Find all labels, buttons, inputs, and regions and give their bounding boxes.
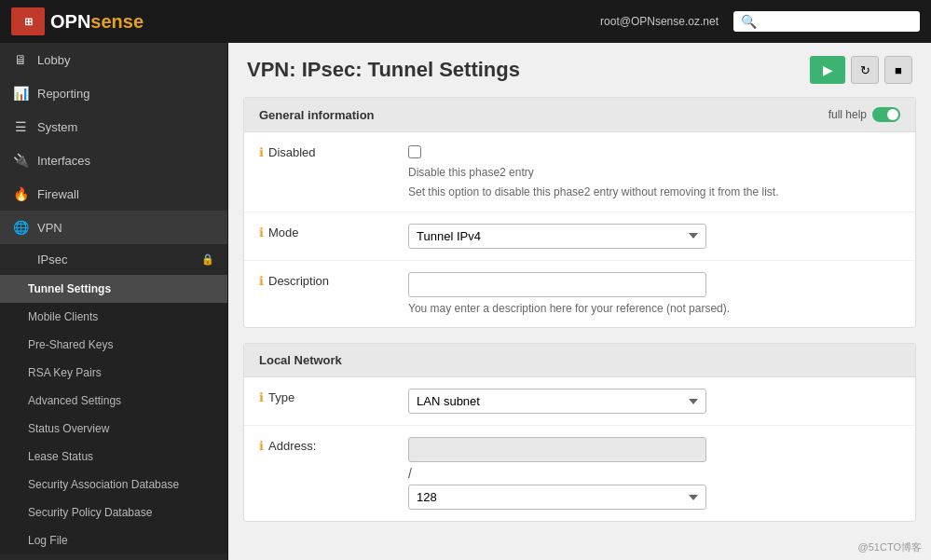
submenu-item-rsa-key-pairs[interactable]: RSA Key Pairs	[0, 359, 227, 387]
content-header: VPN: IPsec: Tunnel Settings ▶ ↻ ■	[228, 43, 931, 97]
submenu-item-advanced-settings[interactable]: Advanced Settings	[0, 387, 227, 415]
disabled-row: ℹ Disabled Disable this phase2 entry Set…	[244, 132, 915, 212]
stop-button[interactable]: ■	[884, 56, 912, 84]
description-label: ℹ Description	[259, 272, 408, 317]
header-search-container: 🔍	[733, 11, 920, 32]
address-input[interactable]	[408, 437, 706, 462]
main-container: 🖥 Lobby 📊 Reporting ☰ System 🔌 Interface…	[0, 43, 931, 560]
type-row: ℹ Type LAN subnet Network Single host An…	[244, 377, 915, 426]
type-select[interactable]: LAN subnet Network Single host Any	[408, 389, 706, 414]
disabled-control: Disable this phase2 entry Set this optio…	[408, 143, 900, 200]
disabled-info-icon: ℹ	[259, 145, 264, 159]
address-info-icon: ℹ	[259, 439, 264, 453]
sidebar-item-firewall[interactable]: 🔥 Firewall	[0, 177, 227, 211]
address-control: / 128 64 32 24 16	[408, 437, 900, 510]
vpn-icon: 🌐	[13, 220, 28, 235]
opn-text: OPN	[50, 11, 90, 32]
ipsec-lock-icon: 🔒	[201, 253, 214, 266]
header: ⊞ OPNsense root@OPNsense.oz.net 🔍	[0, 0, 931, 43]
submenu-item-tunnel-settings[interactable]: Tunnel Settings	[0, 275, 227, 303]
page-title: VPN: IPsec: Tunnel Settings	[247, 58, 520, 82]
search-icon: 🔍	[741, 14, 757, 29]
mode-control: Tunnel IPv4 Tunnel IPv6 Transport Route-…	[408, 224, 900, 249]
sidebar-item-interfaces[interactable]: 🔌 Interfaces	[0, 143, 227, 177]
vpn-submenu: IPsec 🔒 Tunnel Settings Mobile Clients P…	[0, 244, 227, 554]
sidebar-item-label: Lobby	[37, 53, 214, 67]
description-label-text: Description	[268, 274, 329, 288]
logo-area: ⊞ OPNsense	[11, 7, 600, 35]
content-area: VPN: IPsec: Tunnel Settings ▶ ↻ ■ Genera…	[228, 43, 931, 560]
sidebar-item-reporting[interactable]: 📊 Reporting	[0, 76, 227, 110]
lobby-icon: 🖥	[13, 52, 28, 67]
description-info-icon: ℹ	[259, 274, 264, 288]
type-label: ℹ Type	[259, 389, 408, 414]
sidebar-item-label: Firewall	[37, 187, 214, 201]
sense-text: sense	[90, 11, 144, 32]
description-input[interactable]	[408, 272, 706, 297]
local-network-title: Local Network	[259, 353, 342, 367]
prefix-select[interactable]: 128 64 32 24 16	[408, 485, 706, 510]
lease-status-label: Lease Status	[28, 450, 93, 463]
mode-select[interactable]: Tunnel IPv4 Tunnel IPv6 Transport Route-…	[408, 224, 706, 249]
mode-label-text: Mode	[268, 225, 299, 239]
logo-box: ⊞	[11, 7, 45, 35]
disabled-help2: Set this option to disable this phase2 e…	[408, 184, 900, 200]
ipsec-parent[interactable]: IPsec 🔒	[0, 244, 227, 275]
header-user: root@OPNsense.oz.net	[600, 15, 719, 28]
disabled-label: ℹ Disabled	[259, 143, 408, 200]
mode-row: ℹ Mode Tunnel IPv4 Tunnel IPv6 Transport…	[244, 212, 915, 261]
sidebar-item-system[interactable]: ☰ System	[0, 110, 227, 143]
content-actions: ▶ ↻ ■	[810, 56, 912, 84]
submenu-item-mobile-clients[interactable]: Mobile Clients	[0, 303, 227, 331]
system-icon: ☰	[13, 119, 28, 134]
type-info-icon: ℹ	[259, 390, 264, 404]
submenu-item-security-association-db[interactable]: Security Association Database	[0, 471, 227, 499]
general-info-title: General information	[259, 108, 375, 122]
security-policy-db-label: Security Policy Database	[28, 506, 152, 519]
pre-shared-keys-label: Pre-Shared Keys	[28, 338, 113, 351]
address-label-text: Address:	[268, 439, 316, 453]
description-control: You may enter a description here for you…	[408, 272, 900, 317]
description-help: You may enter a description here for you…	[408, 301, 900, 317]
type-label-text: Type	[268, 390, 294, 404]
submenu-item-pre-shared-keys[interactable]: Pre-Shared Keys	[0, 331, 227, 359]
disabled-help1: Disable this phase2 entry	[408, 165, 900, 181]
rsa-key-pairs-label: RSA Key Pairs	[28, 366, 102, 379]
ipsec-label: IPsec	[37, 253, 192, 266]
sidebar: 🖥 Lobby 📊 Reporting ☰ System 🔌 Interface…	[0, 43, 228, 560]
address-row: ℹ Address: / 128 64 32 24 16	[244, 426, 915, 521]
status-overview-label: Status Overview	[28, 422, 109, 435]
openvpn-item[interactable]: OpenVPN 🔒	[0, 554, 227, 560]
full-help-label: full help	[828, 108, 867, 121]
sidebar-item-label: Reporting	[37, 87, 214, 101]
submenu-item-lease-status[interactable]: Lease Status	[0, 443, 227, 471]
sidebar-item-vpn[interactable]: 🌐 VPN	[0, 211, 227, 244]
firewall-icon: 🔥	[13, 186, 28, 201]
full-help-toggle[interactable]: full help	[828, 107, 900, 122]
advanced-settings-label: Advanced Settings	[28, 394, 121, 407]
search-input[interactable]	[762, 15, 911, 29]
mobile-clients-label: Mobile Clients	[28, 310, 98, 323]
interfaces-icon: 🔌	[13, 153, 28, 168]
general-info-header: General information full help	[244, 98, 915, 132]
tunnel-settings-label: Tunnel Settings	[28, 282, 111, 295]
local-network-header: Local Network	[244, 344, 915, 377]
disabled-label-text: Disabled	[268, 145, 316, 159]
log-file-label: Log File	[28, 534, 68, 547]
sidebar-item-label: System	[37, 120, 214, 134]
sidebar-item-lobby[interactable]: 🖥 Lobby	[0, 43, 227, 76]
disabled-checkbox[interactable]	[408, 145, 421, 158]
watermark: @51CTO博客	[858, 540, 922, 554]
mode-label: ℹ Mode	[259, 224, 408, 249]
play-button[interactable]: ▶	[810, 56, 845, 84]
address-label: ℹ Address:	[259, 437, 408, 510]
submenu-item-security-policy-db[interactable]: Security Policy Database	[0, 499, 227, 526]
logo-text: OPNsense	[50, 11, 144, 33]
mode-info-icon: ℹ	[259, 225, 264, 239]
refresh-button[interactable]: ↻	[851, 56, 879, 84]
submenu-item-status-overview[interactable]: Status Overview	[0, 415, 227, 443]
full-help-toggle-switch[interactable]	[872, 107, 900, 122]
general-info-card: General information full help ℹ Disabled…	[243, 97, 916, 328]
submenu-item-log-file[interactable]: Log File	[0, 526, 227, 554]
reporting-icon: 📊	[13, 86, 28, 101]
